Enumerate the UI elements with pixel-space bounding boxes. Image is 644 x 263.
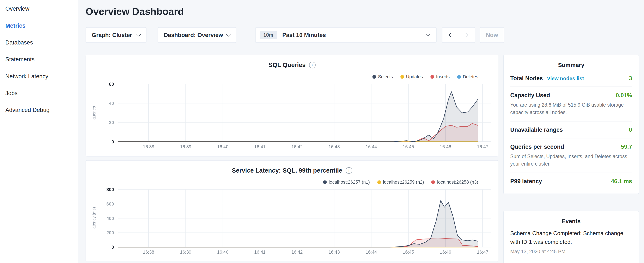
- graph-dropdown[interactable]: Graph: Cluster: [86, 27, 146, 43]
- chevron-left-icon: [449, 33, 454, 38]
- svg-text:16:44: 16:44: [366, 144, 377, 149]
- svg-text:16:47: 16:47: [477, 144, 488, 149]
- event-list-item[interactable]: Schema Change Completed: Schema change w…: [510, 229, 632, 254]
- summary-label: Capacity Used: [510, 92, 550, 99]
- svg-text:16:41: 16:41: [254, 144, 266, 149]
- graph-dropdown-label: Graph: Cluster: [92, 32, 132, 38]
- summary-row-capacity-used: Capacity Used 0.01% You are using 28.6 M…: [510, 86, 632, 121]
- sidebar-item-advanced-debug[interactable]: Advanced Debug: [0, 101, 78, 118]
- svg-text:400: 400: [106, 216, 114, 221]
- summary-value: 46.1 ms: [611, 178, 632, 184]
- svg-text:16:42: 16:42: [291, 144, 302, 149]
- svg-text:16:46: 16:46: [440, 249, 451, 255]
- summary-value: 3: [629, 75, 632, 82]
- sidebar: Overview Metrics Databases Statements Ne…: [0, 0, 78, 263]
- sidebar-item-network-latency[interactable]: Network Latency: [0, 68, 78, 84]
- svg-text:16:41: 16:41: [254, 249, 266, 255]
- summary-label: Queries per second: [510, 143, 564, 150]
- toolbar: Graph: Cluster Dashboard: Overview 10m P…: [86, 27, 498, 43]
- sql-queries-panel: SQL Queries SelectsUpdatesInsertsDeletes…: [86, 55, 498, 156]
- right-column: Summary Total Nodes View nodes list 3 Ca…: [503, 0, 639, 263]
- service-latency-chart: 020040060080016:3816:3916:4016:4116:4216…: [86, 182, 498, 260]
- svg-text:16:39: 16:39: [180, 144, 191, 149]
- chevron-down-icon: [426, 32, 430, 37]
- time-pager: [442, 27, 476, 43]
- svg-text:200: 200: [106, 230, 114, 235]
- summary-description: Sum of Selects, Updates, Inserts, and De…: [510, 153, 632, 168]
- summary-label: P99 latency: [510, 178, 542, 184]
- dashboard-dropdown-label: Dashboard: Overview: [164, 32, 223, 38]
- summary-value: 0.01%: [616, 92, 632, 99]
- event-timestamp: May 13, 2020 at 4:45 PM: [510, 249, 632, 254]
- chart-title-row: SQL Queries: [86, 61, 498, 68]
- svg-text:600: 600: [106, 201, 114, 207]
- app-root: Overview Metrics Databases Statements Ne…: [0, 0, 644, 263]
- svg-text:latency (ms): latency (ms): [92, 207, 96, 229]
- summary-description: You are using 28.6 MiB of 515.9 GiB usab…: [510, 101, 632, 116]
- summary-value: 59.7: [621, 143, 632, 150]
- sidebar-item-metrics[interactable]: Metrics: [0, 17, 78, 34]
- chart-title-row: Service Latency: SQL, 99th percentile: [86, 167, 498, 174]
- events-title: Events: [510, 218, 632, 224]
- svg-text:16:43: 16:43: [328, 144, 340, 149]
- svg-text:16:45: 16:45: [403, 249, 414, 255]
- service-latency-panel: Service Latency: SQL, 99th percentile lo…: [86, 160, 498, 262]
- view-nodes-list-link[interactable]: View nodes list: [547, 76, 584, 82]
- chart-title: SQL Queries: [268, 61, 306, 68]
- chevron-down-icon: [226, 32, 231, 37]
- summary-row-unavailable-ranges: Unavailable ranges 0: [510, 121, 632, 138]
- summary-label: Total Nodes: [510, 75, 543, 82]
- summary-value: 0: [629, 126, 632, 133]
- summary-row-total-nodes: Total Nodes View nodes list 3: [510, 70, 632, 86]
- svg-text:800: 800: [106, 187, 114, 192]
- time-range-badge: 10m: [260, 31, 277, 39]
- sidebar-item-overview[interactable]: Overview: [0, 0, 78, 17]
- info-icon[interactable]: [346, 167, 352, 174]
- svg-text:16:45: 16:45: [403, 144, 414, 149]
- svg-text:queries: queries: [92, 106, 96, 120]
- svg-text:16:40: 16:40: [217, 144, 228, 149]
- svg-text:16:39: 16:39: [180, 249, 191, 255]
- sidebar-item-databases[interactable]: Databases: [0, 34, 78, 51]
- svg-text:60: 60: [109, 82, 114, 87]
- info-icon[interactable]: [309, 62, 316, 68]
- svg-text:16:47: 16:47: [477, 249, 488, 255]
- event-text: Schema Change Completed: Schema change w…: [510, 229, 632, 247]
- time-range-dropdown[interactable]: 10m Past 10 Minutes: [255, 27, 437, 43]
- svg-text:40: 40: [109, 101, 114, 106]
- chevron-down-icon: [136, 32, 141, 37]
- main-content: Overview Dashboard Graph: Cluster Dashbo…: [86, 0, 498, 263]
- svg-text:16:43: 16:43: [328, 249, 340, 255]
- svg-text:16:44: 16:44: [366, 249, 377, 255]
- summary-title: Summary: [510, 62, 632, 68]
- time-forward-button[interactable]: [458, 28, 475, 43]
- summary-row-p99-latency: P99 latency 46.1 ms: [510, 173, 632, 189]
- events-panel: Events Schema Change Completed: Schema c…: [503, 211, 639, 263]
- chart-title: Service Latency: SQL, 99th percentile: [232, 167, 342, 174]
- svg-text:16:40: 16:40: [217, 249, 228, 255]
- svg-text:16:38: 16:38: [143, 144, 154, 149]
- sidebar-item-statements[interactable]: Statements: [0, 51, 78, 68]
- summary-label: Unavailable ranges: [510, 126, 563, 133]
- svg-text:0: 0: [112, 139, 114, 144]
- time-back-button[interactable]: [442, 28, 458, 43]
- svg-text:16:42: 16:42: [291, 249, 302, 255]
- time-range-label: Past 10 Minutes: [282, 32, 326, 38]
- svg-text:20: 20: [109, 120, 114, 125]
- summary-row-queries-per-second: Queries per second 59.7 Sum of Selects, …: [510, 138, 632, 173]
- svg-text:16:46: 16:46: [440, 144, 451, 149]
- now-button[interactable]: Now: [480, 27, 504, 43]
- sidebar-item-jobs[interactable]: Jobs: [0, 85, 78, 101]
- summary-panel: Summary Total Nodes View nodes list 3 Ca…: [503, 55, 639, 194]
- svg-text:16:38: 16:38: [143, 249, 154, 255]
- svg-text:0: 0: [112, 245, 114, 250]
- page-title: Overview Dashboard: [86, 6, 184, 17]
- chevron-right-icon: [464, 33, 468, 38]
- sql-queries-chart: 020406016:3816:3916:4016:4116:4216:4316:…: [86, 77, 498, 155]
- dashboard-dropdown[interactable]: Dashboard: Overview: [158, 27, 236, 43]
